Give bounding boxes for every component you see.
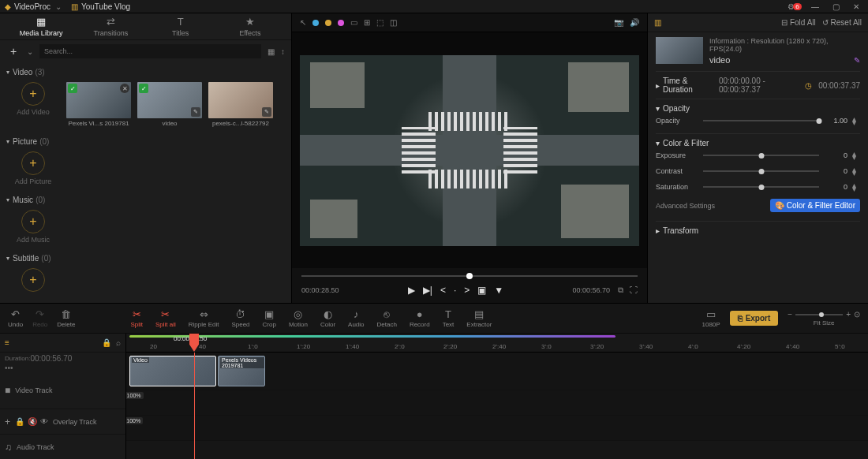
media-thumb[interactable]: ✓✕Pexels Vi...s 2019781 [66, 82, 131, 127]
timeline-clip[interactable]: Pexels Videos 2019781 [218, 356, 265, 386]
group-subtitle-header[interactable]: ▾Subtitle(0) [6, 252, 285, 265]
mute-icon[interactable]: 🔇 [28, 417, 37, 426]
tool-detach[interactable]: ⎋Detach [377, 308, 397, 328]
contrast-slider[interactable] [703, 170, 819, 172]
exposure-stepper[interactable]: ▴▾ [852, 151, 860, 159]
media-thumb[interactable]: ✎pexels-c...l-5822792 [208, 82, 273, 127]
magnet-icon[interactable]: ⌕ [116, 338, 121, 347]
next-frame-button[interactable]: > [464, 285, 470, 296]
tool-split[interactable]: ✂Split [130, 308, 143, 328]
marker-blue-icon[interactable] [312, 20, 319, 26]
tool-ripple-edit[interactable]: ⇔Ripple Edit [189, 308, 219, 328]
volume-icon[interactable]: 🔊 [630, 18, 639, 27]
notify-icon[interactable]: ⚙6 [788, 0, 802, 13]
clip-name[interactable]: video [709, 55, 730, 65]
video-track[interactable]: Video Pexels Videos 2019781 [126, 353, 868, 390]
contrast-stepper[interactable]: ▴▾ [852, 167, 860, 175]
tab-titles[interactable]: TTitles [146, 16, 215, 37]
fullscreen-icon[interactable]: ⛶ [630, 285, 638, 295]
section-opacity[interactable]: ▾Opacity [656, 104, 860, 113]
eye-icon[interactable]: 👁 [40, 417, 48, 426]
mark-out-button[interactable]: ▼ [494, 285, 503, 296]
play-next-button[interactable]: ▶| [423, 285, 432, 296]
zoom-out-icon[interactable]: − [788, 310, 792, 319]
group-music-header[interactable]: ▾Music(0) [6, 193, 285, 207]
saturation-slider[interactable] [703, 186, 819, 188]
tool-split-all[interactable]: ✂Split all [155, 308, 176, 328]
delete-button[interactable]: 🗑Delete [57, 308, 75, 328]
track-head-video[interactable]: ■Video Track [0, 371, 125, 409]
minimize-button[interactable]: — [808, 0, 822, 13]
resolution-button[interactable]: ▭1080P [702, 308, 720, 328]
exposure-slider[interactable] [703, 155, 819, 156]
timeline-menu-icon[interactable]: ≡ [5, 338, 9, 347]
redo-button[interactable]: ↷Redo [32, 308, 47, 328]
app-menu-dropdown[interactable]: ⌄ [55, 2, 62, 11]
sort-icon[interactable]: ↕ [281, 47, 285, 56]
opacity-value[interactable]: 1.00 [824, 117, 847, 125]
search-input[interactable] [39, 44, 261, 58]
tool-crop[interactable]: ▣Crop [263, 308, 276, 328]
edit-icon[interactable]: ✎ [191, 107, 200, 117]
audio-track[interactable]: Volume: 100% [126, 416, 868, 441]
close-button[interactable]: ✕ [849, 0, 863, 13]
timeline-clip[interactable]: Video [129, 356, 216, 386]
preview-scrubber[interactable] [301, 271, 638, 282]
lock-icon[interactable]: 🔒 [15, 417, 24, 426]
add-picture-button[interactable]: +Add Picture [6, 151, 60, 185]
color-wand-icon[interactable]: ✎ [854, 56, 860, 65]
track-head-overlay[interactable]: + 🔒🔇👁 Overlay Track [0, 409, 125, 435]
mark-in-button[interactable]: ▣ [477, 285, 486, 296]
cursor-tool-icon[interactable]: ↖ [300, 18, 306, 27]
edit-icon[interactable]: ✎ [262, 107, 271, 117]
opacity-stepper[interactable]: ▴▾ [852, 117, 860, 125]
prev-frame-button[interactable]: < [440, 285, 446, 296]
tool-motion[interactable]: ◎Motion [289, 308, 308, 328]
tab-effects[interactable]: ★Effects [215, 16, 285, 37]
ratio-icon[interactable]: ▭ [350, 18, 357, 27]
tool-record[interactable]: ●Record [410, 308, 430, 328]
add-subtitle-button[interactable]: + [6, 268, 60, 292]
opacity-slider[interactable] [703, 120, 819, 121]
color-editor-button[interactable]: 🎨Color & Filter Editor [770, 199, 860, 212]
export-button[interactable]: ⎘Export [730, 311, 779, 326]
lock-track-icon[interactable]: 🔒 [102, 338, 111, 347]
section-time[interactable]: ▸Time & Duration 00:00:00.00 - 00:00:37.… [656, 76, 860, 94]
section-transform[interactable]: ▸Transform [656, 226, 860, 235]
tab-transitions[interactable]: ⇄Transitions [76, 16, 145, 37]
detach-preview-icon[interactable]: ⧉ [618, 285, 623, 295]
fold-all-button[interactable]: ⊟ Fold All [781, 18, 816, 27]
media-thumb[interactable]: ✓✎video [137, 82, 202, 127]
preview-video[interactable] [300, 55, 639, 246]
guides-icon[interactable]: ⊞ [364, 18, 370, 27]
group-video-header[interactable]: ▾Video(3) [6, 65, 285, 79]
track-head-audio[interactable]: ♫Audio Track [0, 435, 125, 459]
playhead-line[interactable] [194, 353, 195, 459]
advanced-settings-link[interactable]: Advanced Settings [656, 202, 715, 210]
overlay-track[interactable]: Opacity: 100% [126, 390, 868, 416]
add-media-button[interactable]: + [6, 44, 21, 58]
tool-text[interactable]: TText [443, 308, 455, 328]
project-name[interactable]: YouTube Vlog [81, 2, 130, 11]
reset-all-button[interactable]: ↺ Reset All [822, 18, 862, 27]
add-video-button[interactable]: +Add Video [6, 82, 60, 127]
zoom-reset-icon[interactable]: ⊙ [854, 310, 860, 319]
tool-audio[interactable]: ♪Audio [348, 308, 364, 328]
tool-extractor[interactable]: ▤Extractor [466, 308, 492, 328]
undo-button[interactable]: ↶Undo [8, 308, 23, 328]
marker-yellow-icon[interactable] [325, 20, 331, 26]
snapshot-icon[interactable]: 📷 [614, 18, 623, 27]
group-picture-header[interactable]: ▾Picture(0) [6, 135, 285, 148]
play-button[interactable]: ▶ [408, 285, 415, 296]
lock-icon[interactable]: ⬚ [376, 18, 383, 27]
tool-color[interactable]: ◐Color [320, 308, 335, 328]
timeline-ruler[interactable]: 00:00:28.50 20401':01':201':402':02':202… [126, 334, 868, 353]
tab-media-library[interactable]: ▦Media Library [6, 16, 76, 37]
section-color[interactable]: ▾Color & Filter [656, 139, 860, 147]
remove-icon[interactable]: ✕ [120, 84, 129, 93]
add-music-button[interactable]: +Add Music [6, 210, 60, 244]
tool-speed[interactable]: ⏱Speed [231, 308, 249, 328]
saturation-stepper[interactable]: ▴▾ [852, 183, 860, 191]
props-toggle-icon[interactable]: ▥ [654, 18, 661, 27]
maximize-button[interactable]: ▢ [829, 0, 843, 13]
